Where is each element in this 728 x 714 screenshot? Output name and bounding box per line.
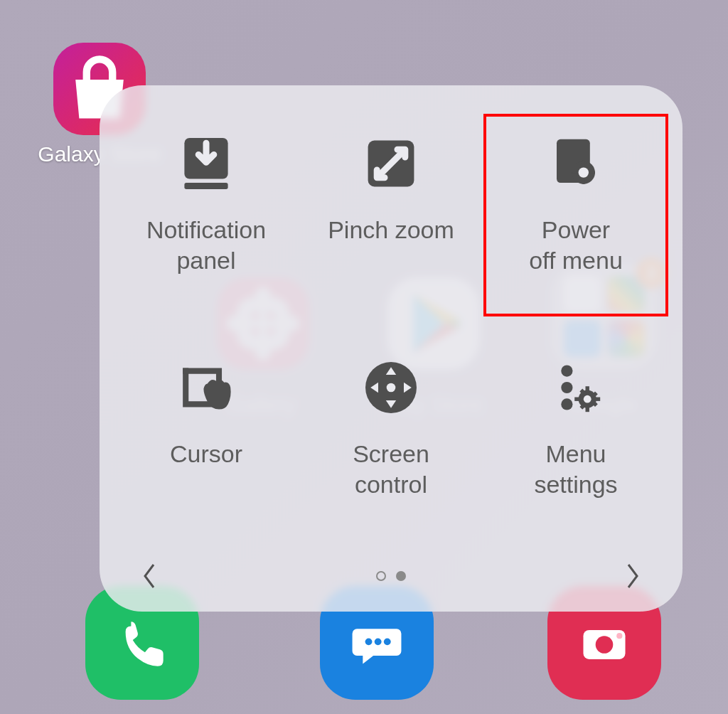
svg-point-37 (561, 366, 572, 377)
svg-rect-43 (574, 398, 581, 401)
menu-item-label: Screen control (353, 439, 429, 499)
assistant-menu-panel: Notification panel Pinch zoom Power off … (100, 85, 682, 612)
svg-point-24 (579, 167, 589, 177)
menu-item-cursor[interactable]: Cursor (114, 338, 299, 540)
camera-icon (575, 614, 633, 672)
svg-point-39 (561, 398, 572, 410)
pagination (100, 562, 682, 590)
power-settings-icon (540, 128, 611, 199)
more-settings-icon (540, 352, 611, 423)
svg-point-15 (384, 638, 391, 645)
page-dot-2[interactable] (396, 571, 406, 581)
svg-point-32 (387, 383, 396, 393)
phone-icon (114, 615, 170, 671)
svg-rect-44 (594, 398, 600, 401)
page-dot-1[interactable] (376, 571, 386, 581)
svg-rect-42 (586, 405, 589, 412)
menu-item-label: Power off menu (529, 215, 623, 275)
menu-item-pinch-zoom[interactable]: Pinch zoom (299, 114, 483, 316)
svg-point-49 (584, 395, 592, 403)
svg-point-13 (365, 638, 373, 645)
menu-item-screen-control[interactable]: Screen control (299, 338, 483, 540)
page-dots (376, 571, 406, 581)
svg-point-18 (616, 633, 622, 639)
menu-item-power-off-menu[interactable]: Power off menu (483, 114, 668, 316)
menu-item-menu-settings[interactable]: Menu settings (483, 338, 668, 540)
expand-arrows-icon (355, 128, 427, 199)
menu-item-label: Pinch zoom (328, 215, 454, 245)
svg-rect-28 (590, 171, 595, 174)
menu-grid: Notification panel Pinch zoom Power off … (114, 114, 668, 540)
messages-icon (348, 614, 406, 672)
download-tray-icon (171, 128, 242, 199)
menu-item-notification-panel[interactable]: Notification panel (114, 114, 299, 316)
menu-item-label: Menu settings (534, 439, 617, 499)
page-next-button[interactable] (619, 562, 647, 590)
page-prev-button[interactable] (135, 562, 164, 590)
svg-rect-26 (582, 179, 585, 184)
svg-rect-41 (586, 386, 589, 393)
svg-rect-20 (184, 183, 228, 189)
svg-point-14 (375, 638, 382, 645)
touch-cursor-icon (171, 352, 242, 423)
menu-item-label: Notification panel (146, 215, 266, 275)
dpad-icon (355, 352, 427, 423)
svg-rect-27 (572, 171, 577, 174)
svg-point-17 (596, 636, 614, 654)
svg-point-38 (561, 382, 572, 393)
menu-item-label: Cursor (170, 439, 242, 469)
